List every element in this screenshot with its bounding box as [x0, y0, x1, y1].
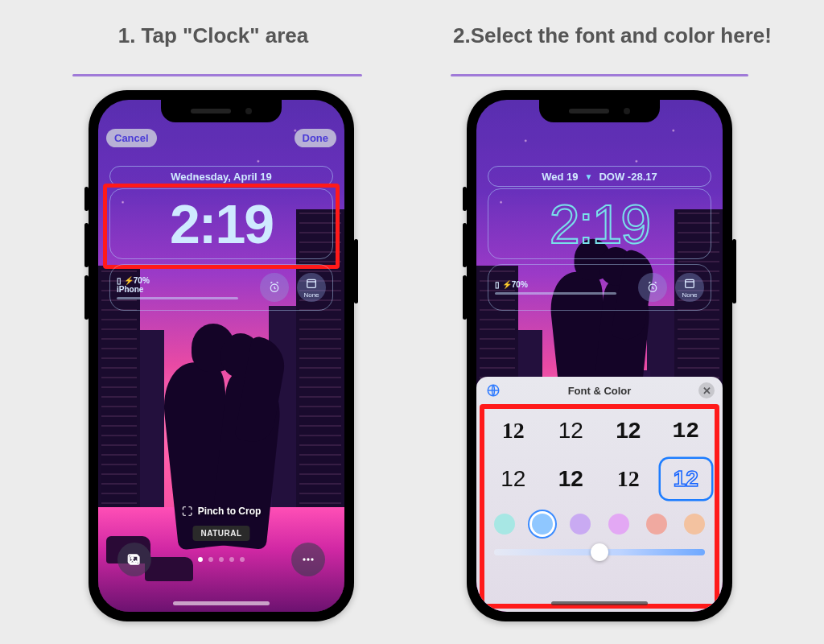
- page-dots[interactable]: [198, 557, 245, 562]
- svg-rect-1: [307, 279, 316, 287]
- side-button: [732, 239, 736, 303]
- phone-screen: Cancel Done Wednesday, April 19 2:19 ▯ ⚡…: [98, 100, 344, 612]
- color-swatch-0[interactable]: [494, 514, 515, 535]
- pinch-label: Pinch to Crop: [198, 506, 262, 517]
- svg-point-6: [307, 558, 309, 560]
- date-text: Wednesday, April 19: [171, 171, 271, 183]
- ticker-value: DOW -28.17: [599, 171, 657, 183]
- none-widget-button[interactable]: None: [675, 273, 704, 302]
- home-indicator[interactable]: [551, 601, 648, 605]
- font-option-4[interactable]: 12: [488, 459, 539, 499]
- pinch-icon: [182, 506, 193, 517]
- clock-area[interactable]: 2:19: [488, 188, 711, 259]
- more-button[interactable]: [291, 543, 325, 576]
- font-options-grid: 1212121212121212: [488, 411, 711, 499]
- gallery-button[interactable]: [117, 543, 151, 576]
- close-icon: ✕: [702, 385, 711, 397]
- home-indicator[interactable]: [173, 601, 270, 605]
- color-swatch-row: [476, 514, 723, 535]
- more-icon: [300, 551, 316, 568]
- svg-rect-9: [686, 279, 694, 287]
- done-button[interactable]: Done: [295, 129, 337, 147]
- notch: [539, 100, 660, 122]
- slider-thumb[interactable]: [591, 543, 608, 561]
- battery-widget[interactable]: ▯ ⚡70%: [495, 280, 630, 295]
- step1-underline: [72, 74, 362, 76]
- calendar-icon: [305, 277, 318, 290]
- phone-screen: Wed 19 ▼ DOW -28.17 2:19 ▯ ⚡70%: [476, 100, 723, 612]
- svg-point-7: [311, 558, 313, 560]
- close-button[interactable]: ✕: [698, 382, 715, 398]
- date-short: Wed 19: [542, 171, 578, 183]
- font-option-2[interactable]: 12: [603, 411, 654, 451]
- color-swatch-5[interactable]: [684, 514, 705, 535]
- clock-area[interactable]: 2:19: [109, 188, 333, 259]
- svg-point-4: [131, 557, 134, 559]
- battery-device: iPhone: [117, 285, 252, 294]
- font-option-6[interactable]: 12: [603, 459, 654, 499]
- font-color-sheet: Font & Color ✕ 1212121212121212: [476, 377, 723, 612]
- step1-title: 1. Tap "Clock" area: [24, 23, 402, 49]
- mode-pill[interactable]: NATURAL: [192, 526, 249, 541]
- battery-percent: ⚡70%: [124, 276, 150, 285]
- date-widget[interactable]: Wednesday, April 19: [109, 166, 333, 187]
- battery-percent: ⚡70%: [502, 280, 528, 289]
- svg-point-5: [303, 558, 305, 560]
- cancel-button[interactable]: Cancel: [106, 129, 157, 147]
- globe-icon[interactable]: [486, 383, 501, 398]
- alarm-widget-button[interactable]: [638, 273, 667, 302]
- battery-widget[interactable]: ▯ ⚡70% iPhone: [117, 276, 252, 299]
- color-swatch-2[interactable]: [570, 514, 591, 535]
- phone-mockup-2: Wed 19 ▼ DOW -28.17 2:19 ▯ ⚡70%: [467, 90, 732, 621]
- side-button: [84, 223, 89, 267]
- font-option-1[interactable]: 12: [546, 411, 597, 451]
- side-button: [354, 239, 358, 303]
- step2-title: 2.Select the font and color here!: [423, 23, 801, 49]
- down-triangle-icon: ▼: [585, 172, 593, 181]
- alarm-icon: [646, 281, 659, 294]
- date-widget[interactable]: Wed 19 ▼ DOW -28.17: [488, 166, 711, 187]
- intensity-slider[interactable]: [494, 549, 705, 555]
- alarm-widget-button[interactable]: [260, 273, 289, 302]
- widget-row[interactable]: ▯ ⚡70% None: [488, 264, 711, 311]
- none-widget-button[interactable]: None: [297, 273, 326, 302]
- none-label: None: [303, 291, 319, 299]
- sheet-title: Font & Color: [568, 385, 632, 397]
- side-button: [463, 223, 467, 267]
- color-swatch-4[interactable]: [646, 514, 667, 535]
- font-option-0[interactable]: 12: [488, 411, 539, 451]
- calendar-icon: [683, 277, 696, 290]
- pinch-to-crop-hint: Pinch to Crop: [182, 506, 262, 517]
- phone-mockup-1: Cancel Done Wednesday, April 19 2:19 ▯ ⚡…: [89, 90, 354, 621]
- side-button: [84, 275, 89, 320]
- notch: [161, 100, 282, 122]
- side-button: [84, 187, 89, 211]
- color-swatch-1[interactable]: [532, 514, 553, 535]
- clock-time: 2:19: [170, 196, 273, 251]
- widget-row[interactable]: ▯ ⚡70% iPhone None: [109, 264, 333, 311]
- alarm-icon: [268, 281, 281, 294]
- none-label: None: [682, 291, 697, 299]
- side-button: [463, 275, 467, 320]
- color-swatch-3[interactable]: [608, 514, 629, 535]
- font-option-5[interactable]: 12: [546, 459, 597, 499]
- font-option-7[interactable]: 12: [661, 459, 712, 499]
- gallery-icon: [126, 551, 142, 568]
- step2-underline: [451, 74, 748, 76]
- side-button: [463, 187, 467, 211]
- clock-time: 2:19: [550, 196, 649, 251]
- font-option-3[interactable]: 12: [661, 411, 712, 451]
